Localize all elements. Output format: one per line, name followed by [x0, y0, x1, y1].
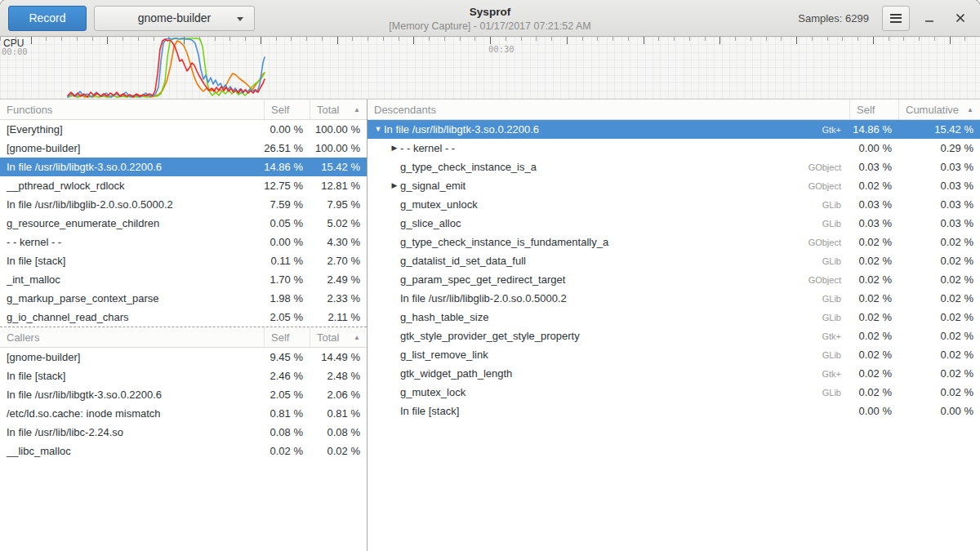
descendant-row[interactable]: g_hash_table_sizeGLib0.02 %0.02 %: [368, 308, 980, 327]
descendant-row[interactable]: g_type_check_instance_is_aGObject0.03 %0…: [368, 158, 980, 176]
descendant-label: gtk_widget_path_length: [400, 367, 512, 380]
callers-column-header[interactable]: Callers: [0, 327, 264, 347]
expander-closed-icon[interactable]: ▶: [389, 182, 400, 189]
descendant-row[interactable]: gtk_widget_path_lengthGtk+0.02 %0.02 %: [368, 364, 980, 383]
functions-self-column-header[interactable]: Self: [264, 100, 310, 119]
function-row[interactable]: g_markup_parse_context_parse1.98 %2.33 %: [0, 289, 367, 308]
descendant-name-cell: ▶g_signal_emitGObject: [368, 180, 849, 192]
descendant-row[interactable]: In file /usr/lib/libglib-2.0.so.0.5000.2…: [368, 289, 980, 308]
close-button[interactable]: [949, 7, 972, 29]
callers-total-column-header[interactable]: Total ▲: [310, 327, 367, 347]
caller-row[interactable]: In file /usr/lib/libc-2.24.so0.08 %0.08 …: [0, 423, 367, 442]
functions-total-column-header[interactable]: Total ▲: [310, 100, 367, 119]
function-row[interactable]: _int_malloc1.70 %2.49 %: [0, 270, 367, 289]
descendant-row[interactable]: g_datalist_id_set_data_fullGLib0.02 %0.0…: [368, 251, 980, 270]
functions-column-header[interactable]: Functions: [0, 100, 264, 119]
library-tag: GObject: [808, 238, 849, 247]
function-name-cell: _int_malloc: [0, 273, 264, 286]
cumulative-percent-cell: 0.02 %: [898, 292, 980, 304]
self-percent-cell: 9.45 %: [264, 351, 310, 363]
function-row[interactable]: [Everything]0.00 %100.00 %: [0, 120, 367, 139]
library-tag: GObject: [808, 162, 849, 172]
descendant-label: g_slice_alloc: [400, 217, 461, 229]
right-pane: Descendants Self Cumulative ▲ ▼In file /…: [368, 100, 980, 551]
descendant-row[interactable]: gtk_style_provider_get_style_propertyGtk…: [368, 327, 980, 345]
self-percent-cell: 14.86 %: [849, 123, 898, 136]
descendant-row[interactable]: g_mutex_unlockGLib0.03 %0.03 %: [368, 195, 980, 214]
total-percent-cell: 0.08 %: [310, 426, 367, 438]
library-tag: Gtk+: [822, 331, 849, 341]
function-row[interactable]: In file [stack]0.11 %2.70 %: [0, 251, 367, 270]
descendants-self-column-header[interactable]: Self: [849, 100, 898, 119]
total-percent-cell: 2.49 %: [310, 273, 367, 286]
cpu-timeline-graph[interactable]: CPU 00:00 00:30: [0, 37, 980, 100]
caller-row[interactable]: /etc/ld.so.cache: inode mismatch0.81 %0.…: [0, 404, 367, 423]
cumulative-percent-cell: 0.03 %: [898, 180, 980, 192]
record-button[interactable]: Record: [8, 6, 87, 31]
caller-row[interactable]: [gnome-builder]9.45 %14.49 %: [0, 348, 367, 367]
self-percent-cell: 0.02 %: [849, 292, 898, 304]
self-percent-cell: 0.03 %: [849, 198, 898, 211]
sysprof-window: Record gnome-builder Sysprof [Memory Cap…: [0, 0, 980, 551]
library-tag: GObject: [808, 275, 849, 285]
total-percent-cell: 100.00 %: [310, 142, 367, 154]
descendant-row[interactable]: g_slice_allocGLib0.03 %0.03 %: [368, 214, 980, 233]
library-tag: GObject: [808, 181, 849, 191]
function-row[interactable]: In file /usr/lib/libglib-2.0.so.0.5000.2…: [0, 195, 367, 214]
total-percent-cell: 2.48 %: [310, 370, 367, 382]
function-row[interactable]: [gnome-builder]26.51 %100.00 %: [0, 139, 367, 158]
function-name-cell: /etc/ld.so.cache: inode mismatch: [0, 407, 264, 420]
library-tag: GLib: [822, 256, 849, 266]
descendant-name-cell: g_type_check_instance_is_aGObject: [368, 161, 849, 173]
total-percent-cell: 5.02 %: [310, 217, 367, 229]
function-name-cell: [gnome-builder]: [0, 351, 264, 363]
chevron-down-icon: [237, 17, 243, 21]
function-row[interactable]: In file /usr/lib/libgtk-3.so.0.2200.614.…: [0, 158, 367, 176]
expander-open-icon[interactable]: ▼: [372, 126, 384, 133]
self-percent-cell: 0.11 %: [264, 255, 310, 267]
descendant-row[interactable]: g_mutex_lockGLib0.02 %0.02 %: [368, 383, 980, 402]
self-percent-cell: 0.02 %: [849, 273, 898, 286]
process-selector-dropdown[interactable]: gnome-builder: [94, 6, 255, 31]
menu-button[interactable]: [882, 6, 910, 31]
expander-closed-icon[interactable]: ▶: [389, 144, 400, 152]
descendant-row[interactable]: In file [stack]0.00 %0.00 %: [368, 402, 980, 420]
self-percent-cell: 2.05 %: [264, 311, 310, 323]
cumulative-percent-cell: 0.29 %: [898, 142, 980, 154]
caller-row[interactable]: In file /usr/lib/libgtk-3.so.0.2200.62.0…: [0, 385, 367, 404]
descendants-row-list: ▼In file /usr/lib/libgtk-3.so.0.2200.6Gt…: [368, 120, 980, 420]
sort-ascending-icon: ▲: [967, 106, 973, 113]
cumulative-percent-cell: 0.02 %: [898, 349, 980, 361]
samples-count: Samples: 6299: [798, 12, 869, 24]
descendant-row[interactable]: g_type_check_instance_is_fundamentally_a…: [368, 233, 980, 251]
descendant-row[interactable]: ▶- - kernel - -0.00 %0.29 %: [368, 139, 980, 158]
function-row[interactable]: __pthread_rwlock_rdlock12.75 %12.81 %: [0, 176, 367, 195]
callers-self-column-header[interactable]: Self: [264, 327, 310, 347]
caller-row[interactable]: In file [stack]2.46 %2.48 %: [0, 367, 367, 385]
function-name-cell: In file /usr/lib/libglib-2.0.so.0.5000.2: [0, 198, 264, 211]
descendant-row[interactable]: ▼In file /usr/lib/libgtk-3.so.0.2200.6Gt…: [368, 120, 980, 139]
descendant-row[interactable]: g_param_spec_get_redirect_targetGObject0…: [368, 270, 980, 289]
self-percent-cell: 2.05 %: [264, 389, 310, 401]
library-tag: GLib: [822, 313, 849, 322]
cumulative-percent-cell: 0.03 %: [898, 198, 980, 211]
descendant-row[interactable]: g_list_remove_linkGLib0.02 %0.02 %: [368, 345, 980, 364]
function-row[interactable]: - - kernel - -0.00 %4.30 %: [0, 233, 367, 251]
self-percent-cell: 0.00 %: [264, 236, 310, 248]
minimize-button[interactable]: [918, 7, 941, 29]
descendants-column-header[interactable]: Descendants: [368, 100, 849, 119]
function-name-cell: g_resource_enumerate_children: [0, 217, 264, 229]
self-percent-cell: 0.02 %: [849, 386, 898, 398]
descendants-cumulative-column-header[interactable]: Cumulative ▲: [898, 100, 980, 119]
descendant-label: In file /usr/lib/libglib-2.0.so.0.5000.2: [400, 292, 567, 304]
function-row[interactable]: g_io_channel_read_chars2.05 %2.11 %: [0, 308, 367, 327]
self-percent-cell: 0.02 %: [849, 367, 898, 380]
caller-row[interactable]: __libc_malloc0.02 %0.02 %: [0, 442, 367, 460]
total-percent-cell: 0.02 %: [310, 445, 367, 457]
descendant-name-cell: In file [stack]: [368, 405, 849, 417]
functions-table-header: Functions Self Total ▲: [0, 100, 367, 120]
descendant-row[interactable]: ▶g_signal_emitGObject0.02 %0.03 %: [368, 176, 980, 195]
left-pane: Functions Self Total ▲ [Everything]0.00 …: [0, 100, 368, 551]
function-row[interactable]: g_resource_enumerate_children0.05 %5.02 …: [0, 214, 367, 233]
total-percent-cell: 14.49 %: [310, 351, 367, 363]
